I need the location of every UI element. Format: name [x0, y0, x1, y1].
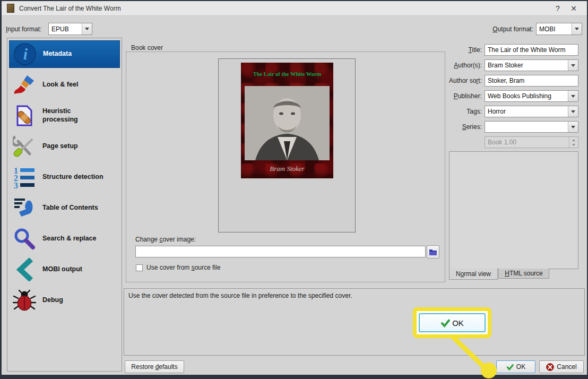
folder-icon: [429, 248, 437, 256]
tags-label: Tags:: [401, 106, 482, 117]
desktop-background: Convert The Lair of the White Worm ? ✕ I…: [0, 0, 588, 379]
series-label: Series:: [401, 121, 482, 133]
cover-preference-panel: Use the cover detected from the source f…: [124, 288, 585, 356]
use-cover-from-source-checkbox[interactable]: Use cover from source file: [136, 264, 220, 271]
series-index-spinner[interactable]: Book 1.00: [485, 136, 578, 148]
title-input[interactable]: [485, 44, 578, 56]
sidebar-item-page-setup[interactable]: Page setup: [9, 133, 120, 160]
ok-button[interactable]: OK: [496, 360, 535, 373]
chevron-down-icon: [572, 23, 582, 35]
close-button[interactable]: ✕: [566, 4, 582, 13]
highlighted-ok-button[interactable]: OK: [419, 313, 486, 332]
window-book-icon: [7, 4, 14, 13]
cover-preference-text: Use the cover detected from the source f…: [128, 292, 352, 299]
chevron-down-icon: [568, 106, 578, 117]
sidebar-item-debug[interactable]: Debug: [9, 287, 120, 314]
book-cover-group-label: Book cover: [130, 44, 164, 51]
input-format-label: Input format:: [6, 23, 41, 35]
ok-highlight-annotation: OK: [413, 307, 491, 338]
convert-dialog: Convert The Lair of the White Worm ? ✕ I…: [2, 1, 587, 375]
sidebar-item-look-and-feel[interactable]: Look & feel: [9, 71, 120, 99]
cancel-icon: [546, 363, 554, 371]
chevron-down-icon: [568, 122, 578, 132]
publisher-select[interactable]: Web Books Publishing: [485, 90, 578, 102]
authors-label: Author(s):: [401, 59, 482, 71]
tags-select[interactable]: Horror: [485, 106, 578, 117]
conversion-steps-sidebar: i Metadata Look & feel Heuristic process…: [7, 38, 122, 372]
author-portrait: [245, 86, 330, 160]
info-icon: i: [13, 42, 37, 66]
input-format-select[interactable]: EPUB: [48, 23, 92, 35]
cancel-button[interactable]: Cancel: [539, 360, 584, 373]
publisher-label: Publisher:: [401, 90, 482, 102]
cover-path-input[interactable]: [135, 246, 426, 257]
author-sort-input[interactable]: [485, 75, 578, 87]
window-title: Convert The Lair of the White Worm: [19, 5, 121, 12]
check-icon: [440, 318, 450, 328]
checkbox-box[interactable]: [136, 264, 143, 271]
cover-title-text: The Lair of the White Worm: [241, 71, 333, 77]
sidebar-item-heuristic-processing[interactable]: Heuristic processing: [9, 102, 120, 130]
checkbox-label: Use cover from source file: [146, 264, 220, 271]
help-button[interactable]: ?: [550, 4, 566, 13]
chevron-down-icon: [82, 23, 92, 35]
hand-list-icon: [13, 196, 36, 220]
svg-text:i: i: [23, 45, 28, 63]
tab-normal-view[interactable]: Normal view: [449, 269, 498, 280]
author-sort-label: Author sort:: [401, 75, 482, 87]
sidebar-item-search-replace[interactable]: Search & replace: [9, 225, 120, 253]
series-select[interactable]: [485, 121, 578, 133]
sidebar-item-table-of-contents[interactable]: Table of Contents: [9, 194, 120, 222]
chevron-down-icon: [568, 60, 578, 71]
restore-defaults-button[interactable]: Restore defaults: [125, 360, 184, 373]
titlebar: Convert The Lair of the White Worm ? ✕: [2, 1, 587, 16]
cover-author-text: Bram Stoker: [241, 165, 333, 173]
spin-up-icon[interactable]: [569, 137, 578, 142]
change-cover-label: Change cover image:: [135, 234, 196, 245]
cover-preview-frame: The Lair of the White Worm Bram Stoker: [218, 58, 356, 232]
brush-icon: [13, 73, 36, 97]
comments-editor[interactable]: [449, 151, 578, 269]
chevron-left-icon: [13, 258, 36, 281]
tools-icon: [13, 135, 36, 158]
bug-icon: [13, 289, 36, 312]
magnifier-icon: [13, 227, 36, 251]
authors-select[interactable]: Bram Stoker: [485, 59, 578, 71]
output-format-label: Output format:: [482, 23, 533, 35]
output-format-select[interactable]: MOBI: [536, 23, 582, 35]
tab-html-source[interactable]: HTML source: [498, 269, 549, 279]
spin-down-icon[interactable]: [569, 142, 578, 148]
book-cover-image: The Lair of the White Worm Bram Stoker: [241, 63, 333, 178]
browse-cover-button[interactable]: [427, 245, 439, 259]
sidebar-item-mobi-output[interactable]: MOBI output: [9, 256, 120, 283]
check-icon: [506, 364, 514, 371]
svg-text:3: 3: [14, 181, 18, 189]
numbered-list-icon: 1 2 3: [13, 166, 36, 189]
sidebar-item-metadata[interactable]: i Metadata: [9, 40, 120, 68]
chevron-down-icon: [568, 91, 578, 101]
title-label: Title:: [401, 44, 482, 56]
sidebar-item-structure-detection[interactable]: 1 2 3 Structure detection: [9, 163, 120, 191]
document-bandage-icon: [13, 104, 36, 127]
callout-dot: [481, 363, 497, 378]
